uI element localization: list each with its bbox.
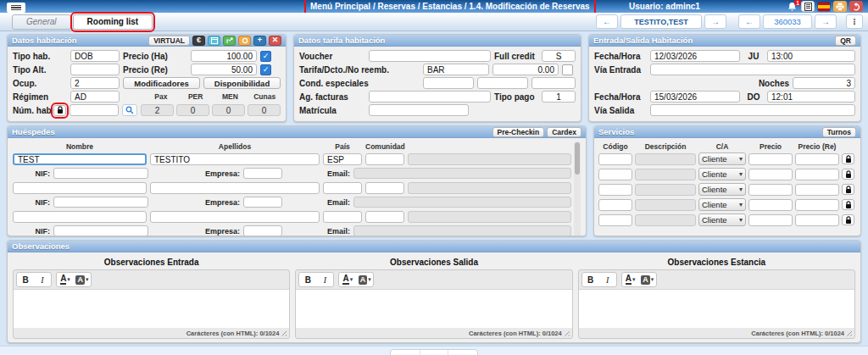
ocup-input[interactable] (70, 77, 120, 89)
servicio-ca-select[interactable]: Cliente▾ (698, 168, 746, 180)
modificadores-button[interactable]: Modificadores (123, 77, 200, 89)
euro-rate-icon[interactable]: € (192, 36, 205, 46)
servicio-precio-input[interactable] (748, 199, 793, 211)
servicio-ca-select[interactable]: Cliente▾ (698, 153, 746, 165)
cardex-button[interactable]: Cardex (547, 127, 581, 137)
servicio-ca-select[interactable]: Cliente▾ (698, 183, 746, 196)
servicio-lock-icon[interactable] (842, 169, 854, 180)
servicio-ca-select[interactable]: Cliente▾ (698, 214, 746, 226)
guest-comunidad-input[interactable] (365, 211, 404, 223)
next-guest-button[interactable]: → (704, 14, 726, 29)
hora-entrada-input[interactable] (767, 50, 855, 62)
servicio-lock-icon[interactable] (842, 199, 854, 210)
search-room-icon[interactable] (122, 104, 137, 116)
resize-handle[interactable] (281, 330, 287, 336)
guest-apellidos-input[interactable] (150, 211, 320, 223)
cond-especiales-input-1[interactable] (423, 77, 474, 89)
servicio-codigo-input[interactable] (598, 169, 632, 180)
guest-pais-input[interactable] (323, 182, 362, 194)
next-reservation-button[interactable]: → (815, 14, 837, 29)
noches-input[interactable] (793, 77, 855, 89)
guest-pais-input[interactable] (323, 211, 362, 223)
precio-re-input[interactable] (191, 64, 257, 75)
servicio-ca-select[interactable]: Cliente▾ (698, 198, 746, 211)
precio-re-checkbox[interactable]: ✓ (260, 64, 271, 75)
guest-apellidos-input[interactable] (150, 153, 320, 165)
external-link-icon[interactable] (223, 36, 236, 46)
text-color-button[interactable]: A▾ (339, 273, 356, 286)
no-reemb-checkbox[interactable] (562, 64, 573, 75)
hora-salida-input[interactable] (767, 91, 855, 103)
cond-especiales-input-2[interactable] (477, 77, 528, 89)
add-icon[interactable]: + (253, 36, 266, 46)
precio-ha-input[interactable] (191, 50, 257, 62)
guest-nombre-input[interactable] (13, 182, 147, 194)
guest-empresa-input[interactable] (243, 225, 282, 236)
servicio-precio-re-input[interactable] (795, 199, 839, 211)
servicio-lock-icon[interactable] (842, 184, 854, 195)
guest-nif-input[interactable] (53, 197, 148, 208)
cond-especiales-input-3[interactable] (531, 77, 576, 89)
tab-rooming-list[interactable]: Rooming list (73, 14, 153, 30)
report-icon[interactable] (801, 1, 815, 12)
dcto-input[interactable] (492, 64, 559, 75)
guest-empresa-input[interactable] (243, 168, 282, 179)
fecha-salida-input[interactable] (650, 91, 740, 103)
regimen-input[interactable] (70, 91, 120, 103)
tipo-pago-input[interactable] (542, 91, 576, 103)
servicio-lock-icon[interactable] (842, 214, 854, 225)
turnos-button[interactable]: Turnos (822, 127, 856, 137)
pre-checkin-button[interactable]: Pre-Checkin (492, 127, 545, 137)
huespedes-scrollbar[interactable] (574, 141, 581, 236)
tab-general[interactable]: General (12, 14, 71, 30)
calendar-icon[interactable] (208, 36, 220, 46)
servicio-precio-input[interactable] (748, 169, 793, 180)
guest-empresa-input[interactable] (243, 197, 282, 208)
via-entrada-input[interactable] (650, 64, 855, 75)
servicio-precio-input[interactable] (748, 184, 793, 196)
via-salida-input[interactable] (650, 104, 855, 116)
refresh-icon[interactable] (238, 36, 251, 46)
prev-page-button[interactable]: ◀ (391, 350, 420, 355)
servicio-precio-input[interactable] (748, 153, 793, 165)
num-hab-lock-icon[interactable] (53, 105, 66, 116)
prev-guest-button[interactable]: ← (596, 14, 618, 29)
guest-comunidad-input[interactable] (365, 182, 404, 194)
hamburger-menu-icon[interactable] (7, 3, 25, 13)
italic-button[interactable]: I (34, 273, 51, 286)
disponibilidad-button[interactable]: Disponibilidad (203, 77, 281, 89)
prev-reservation-button[interactable]: ← (738, 14, 760, 29)
notifications-bell-icon[interactable]: 1 (785, 1, 798, 12)
resize-handle[interactable] (564, 330, 570, 336)
fecha-entrada-input[interactable] (650, 50, 740, 62)
guest-comunidad-input[interactable] (365, 153, 404, 165)
servicio-precio-re-input[interactable] (795, 214, 839, 226)
italic-button[interactable]: I (599, 273, 616, 286)
servicio-precio-re-input[interactable] (795, 153, 839, 165)
next-page-button[interactable]: ▶ (448, 350, 477, 355)
highlight-color-button[interactable]: A▾ (356, 273, 373, 286)
language-flag-icon[interactable] (817, 2, 831, 12)
servicio-codigo-input[interactable] (598, 184, 632, 196)
virtual-button[interactable]: VIRTUAL (148, 36, 190, 46)
tipo-alt-input[interactable] (70, 64, 120, 75)
guest-apellidos-input[interactable] (150, 182, 320, 194)
delete-icon[interactable]: ✕ (269, 36, 281, 46)
guest-nombre-input[interactable] (13, 211, 147, 223)
observaciones-entrada-editor[interactable] (14, 289, 289, 328)
full-credit-input[interactable] (542, 50, 576, 62)
highlight-color-button[interactable]: A▾ (74, 273, 91, 286)
more-options-button[interactable]: ⋮ (846, 14, 863, 29)
breadcrumb[interactable]: Menú Principal / Reservas / Estancias / … (307, 0, 593, 13)
qr-button[interactable]: QR (835, 36, 856, 46)
resize-handle[interactable] (846, 330, 852, 336)
observaciones-salida-editor[interactable] (296, 289, 571, 328)
servicio-precio-re-input[interactable] (795, 169, 839, 180)
servicio-lock-icon[interactable] (842, 153, 854, 164)
matricula-input[interactable] (369, 104, 469, 116)
text-color-button[interactable]: A▾ (622, 273, 639, 286)
num-hab-input[interactable] (70, 104, 119, 116)
precio-ha-checkbox[interactable]: ✓ (260, 51, 271, 62)
voucher-input[interactable] (369, 50, 491, 62)
guest-nif-input[interactable] (53, 225, 148, 236)
